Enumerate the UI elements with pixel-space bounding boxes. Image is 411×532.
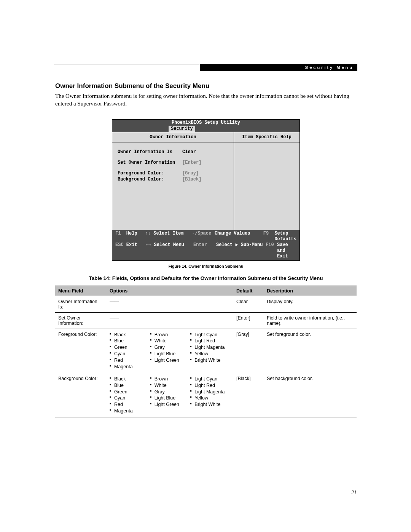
bios-key-label: Setup Defaults [274, 231, 296, 242]
bios-tab-row: Security [112, 126, 299, 132]
cell-menu-field: Set Owner Information: [55, 312, 107, 329]
list-item: Light Magenta [190, 344, 230, 351]
bios-label: Set Owner Information [118, 160, 182, 165]
table-row: Foreground Color:BlackBlueGreenCyanRedMa… [55, 329, 357, 373]
bios-row-fg-color: Foreground Color: [Gray] [118, 171, 230, 176]
list-item: Light Red [190, 382, 230, 389]
list-item: Blue [110, 338, 150, 344]
table-row: Background Color:BlackBlueGreenCyanRedMa… [55, 373, 357, 417]
list-item: Black [110, 376, 150, 382]
bios-key: F9 [263, 231, 275, 242]
cell-options: —— [107, 296, 233, 312]
cell-description: Field to write owner infor­mation, (i.e.… [264, 312, 357, 329]
bios-label: Foreground Color: [118, 171, 182, 176]
figure-caption: Figure 14. Owner Information Submenu [55, 264, 357, 268]
chapter-header-bar: Security Menu [200, 64, 357, 71]
list-item: Magenta [110, 408, 150, 414]
list-item: Light Cyan [190, 376, 230, 382]
bios-right-header: Item Specific Help [234, 132, 299, 142]
list-item: Green [110, 389, 150, 395]
list-item: Bright White [190, 357, 230, 364]
bios-row-set-owner-info: Set Owner Information [Enter] [118, 160, 230, 165]
list-item: Green [110, 344, 150, 351]
bios-key: ESC [115, 242, 124, 248]
table-row: Set Owner Information:——[Enter]Field to … [55, 312, 357, 329]
bios-key-label: Select Menu [154, 242, 184, 248]
bios-key-label: Exit [126, 242, 137, 248]
bios-key: F1 [115, 231, 121, 236]
bios-right-body [234, 142, 299, 230]
cell-default: Clear [233, 296, 264, 312]
th-menu-field: Menu Field [55, 286, 107, 296]
table-header-row: Menu Field Options Default Description [55, 286, 357, 296]
list-item: Yellow [190, 395, 230, 401]
cell-options: —— [107, 312, 233, 329]
bios-label: Owner Information Is [118, 149, 182, 155]
cell-menu-field: Background Color: [55, 373, 107, 417]
cell-default: [Enter] [233, 312, 264, 329]
list-item: Bright White [190, 401, 230, 408]
list-item: Gray [150, 344, 190, 351]
bios-key-label: Select Item [153, 231, 183, 236]
cell-default: [Gray] [233, 329, 264, 373]
list-item: Blue [110, 382, 150, 389]
bios-key: Enter [193, 242, 216, 259]
cell-options: BlackBlueGreenCyanRedMagentaBrownWhiteGr… [107, 373, 233, 417]
table-row: Owner Information Is:——ClearDisplay only… [55, 296, 357, 312]
bios-key-label: Save and Exit [277, 242, 296, 259]
bios-active-tab: Security [169, 126, 195, 132]
bios-key: ←→ [146, 242, 151, 248]
table-caption: Table 14: Fields, Options and Defaults f… [55, 275, 357, 281]
list-item: Light Magenta [190, 389, 230, 395]
bios-value: [Enter] [182, 160, 201, 165]
bios-value: [Black] [182, 177, 201, 182]
chapter-header-label: Security Menu [305, 65, 354, 70]
list-item: Brown [150, 332, 190, 338]
cell-menu-field: Owner Information Is: [55, 296, 107, 312]
list-item: Magenta [110, 364, 150, 370]
bios-key-label: Help [126, 231, 137, 236]
bios-left-body: Owner Information Is Clear Set Owner Inf… [112, 142, 234, 230]
list-item: Cyan [110, 395, 150, 401]
bios-key: ↑↓ [145, 231, 151, 236]
th-description: Description [264, 286, 357, 296]
bios-key: F10 [266, 242, 277, 259]
bios-key-label: Select ▶ Sub-Menu [216, 242, 266, 259]
bios-key-label: Change Values [215, 231, 263, 242]
list-item: Light Green [150, 401, 190, 408]
list-item: Red [110, 357, 150, 364]
list-item: White [150, 382, 190, 389]
bios-value: [Gray] [182, 171, 199, 176]
list-item: Light Green [150, 357, 190, 364]
bios-row-bg-color: Background Color: [Black] [118, 177, 230, 182]
cell-menu-field: Foreground Color: [55, 329, 107, 373]
page-number: 21 [351, 490, 357, 496]
bios-left-header: Owner Information [112, 132, 234, 142]
th-default: Default [233, 286, 264, 296]
list-item: Cyan [110, 351, 150, 357]
cell-options: BlackBlueGreenCyanRedMagentaBrownWhiteGr… [107, 329, 233, 373]
list-item: Black [110, 332, 150, 338]
bios-footer: F1 Help ↑↓ Select Item -/Space Change Va… [112, 230, 299, 260]
bios-figure: PhoenixBIOS Setup Utility Security Owner… [112, 119, 300, 261]
section-intro: The Owner Information submenu is for set… [55, 92, 357, 108]
list-item: Red [110, 401, 150, 408]
cell-default: [Black] [233, 373, 264, 417]
fields-options-table: Menu Field Options Default Description O… [55, 286, 357, 418]
list-item: Light Red [190, 338, 230, 344]
list-item: Yellow [190, 351, 230, 357]
list-item: Light Blue [150, 395, 190, 401]
bios-label: Background Color: [118, 177, 182, 182]
section-title: Owner Information Submenu of the Securit… [55, 82, 357, 90]
bios-value: Clear [182, 149, 196, 155]
bios-key: -/Space [192, 231, 215, 242]
list-item: Gray [150, 389, 190, 395]
bios-utility-title: PhoenixBIOS Setup Utility [112, 120, 299, 126]
list-item: White [150, 338, 190, 344]
cell-description: Display only. [264, 296, 357, 312]
bios-row-owner-info-is: Owner Information Is Clear [118, 149, 230, 155]
th-options: Options [107, 286, 233, 296]
list-item: Light Blue [150, 351, 190, 357]
cell-description: Set foreground color. [264, 329, 357, 373]
cell-description: Set background color. [264, 373, 357, 417]
